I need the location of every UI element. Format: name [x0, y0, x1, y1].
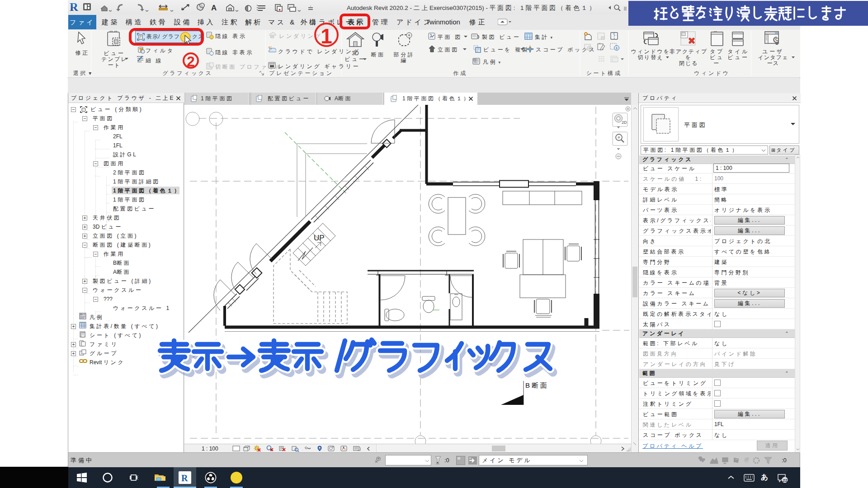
svg-text:UP: UP	[314, 234, 325, 242]
svg-text:22: 22	[783, 478, 788, 483]
svg-text:R: R	[181, 473, 188, 483]
svg-text:B断面: B断面	[525, 381, 549, 389]
svg-text:2D: 2D	[622, 120, 627, 125]
svg-text:1: 1	[616, 46, 618, 50]
svg-text:R: R	[70, 1, 78, 13]
svg-text:1: 1	[201, 4, 203, 7]
svg-text:A: A	[211, 4, 217, 12]
